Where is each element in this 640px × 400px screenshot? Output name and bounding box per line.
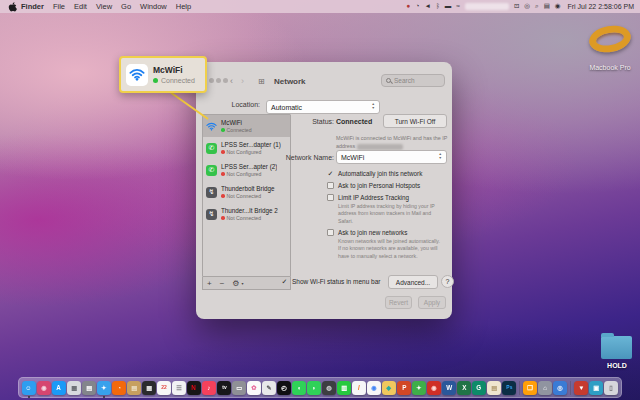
location-dropdown[interactable]: Automatic ▲▼ xyxy=(266,100,380,114)
menu-item-view[interactable]: View xyxy=(96,2,112,11)
dock-item-mission-control[interactable]: ▦ xyxy=(142,381,156,395)
dock-item-notes-beige[interactable]: ▤ xyxy=(487,381,501,395)
dock-item-word[interactable]: W xyxy=(442,381,456,395)
menu-item-help[interactable]: Help xyxy=(176,2,191,11)
hold-folder-label[interactable]: HOLD xyxy=(596,362,638,369)
dock-item-books[interactable]: ❐ xyxy=(523,381,537,395)
apple-menu-icon[interactable] xyxy=(8,2,17,12)
hard-disk-label[interactable]: Macbook Pro xyxy=(570,64,640,71)
preferences-search-field[interactable] xyxy=(381,74,445,87)
turn-wifi-off-button[interactable]: Turn Wi-Fi Off xyxy=(383,114,447,128)
sidebar-item-lpss-serial-2[interactable]: ✆ LPSS Ser...apter (2) Not Configured xyxy=(203,159,290,181)
checkbox-auto-join[interactable]: ✓ Automatically join this network xyxy=(327,170,447,178)
camera-app-icon: ▣ xyxy=(593,384,599,390)
shortcuts-icon[interactable]: ◎ xyxy=(524,3,530,10)
dock-item-design-app[interactable]: ✎ xyxy=(262,381,276,395)
menu-item-file[interactable]: File xyxy=(53,2,65,11)
zoom-button[interactable] xyxy=(223,78,228,83)
dock-item-keyboard-app[interactable]: ▤ xyxy=(82,381,96,395)
dock-item-powerpoint[interactable]: P xyxy=(397,381,411,395)
volume-icon[interactable]: ◄ xyxy=(424,3,430,10)
menu-bar-clock[interactable]: Fri Jul 22 2:58:06 PM xyxy=(567,3,634,10)
dock-item-downloads[interactable]: ▼ xyxy=(574,381,588,395)
time-machine-icon[interactable]: ◔ xyxy=(416,3,420,10)
spotlight-icon[interactable]: ⌕ xyxy=(535,3,539,10)
word-icon: W xyxy=(446,384,452,390)
checkbox-ask-join-new[interactable]: Ask to join new networks xyxy=(327,229,447,237)
bluetooth-icon[interactable]: ᛒ xyxy=(436,3,440,10)
dock-separator xyxy=(570,381,571,395)
dock-item-excel[interactable]: X xyxy=(457,381,471,395)
show-all-icon[interactable]: ⊞ xyxy=(258,77,265,86)
sidebar-item-thunderbolt-bridge[interactable]: ↯ Thunderbolt Bridge Not Connected xyxy=(203,181,290,203)
back-button[interactable]: ‹ xyxy=(230,76,233,86)
hard-disk-icon[interactable] xyxy=(587,23,633,56)
wifi-menu-icon[interactable]: ≈ xyxy=(456,3,460,10)
display-icon[interactable]: ⊡ xyxy=(514,3,519,10)
dock-item-clock-app[interactable]: ◴ xyxy=(277,381,291,395)
dock-item-red-app[interactable]: ◉ xyxy=(427,381,441,395)
menu-item-finder[interactable]: Finder xyxy=(21,2,44,11)
sidebar-item-thunderbolt-bridge-2[interactable]: ↯ Thunder...lt Bridge 2 Not Connected xyxy=(203,203,290,225)
hold-folder-icon[interactable] xyxy=(601,336,632,359)
close-button[interactable] xyxy=(209,78,214,83)
dock-item-photos[interactable]: ✿ xyxy=(247,381,261,395)
dock-item-notes-tan[interactable]: ▤ xyxy=(127,381,141,395)
dock-item-grammarly[interactable]: G xyxy=(472,381,486,395)
menu-item-go[interactable]: Go xyxy=(121,2,131,11)
siri-icon[interactable]: ◉ xyxy=(555,3,561,10)
forward-button[interactable]: › xyxy=(241,76,244,86)
apply-button[interactable]: Apply xyxy=(418,296,446,309)
dock-item-messages[interactable]: ◗ xyxy=(307,381,321,395)
control-center-icon[interactable]: ▤ xyxy=(544,3,550,10)
dock-item-music[interactable]: ♪ xyxy=(202,381,216,395)
dock-item-reminders[interactable]: ☰ xyxy=(172,381,186,395)
revert-button[interactable]: Revert xyxy=(385,296,412,309)
dock-item-home[interactable]: ⌂ xyxy=(538,381,552,395)
dock-item-stocks[interactable]: ▥ xyxy=(337,381,351,395)
checkbox-mark[interactable]: ✓ xyxy=(281,278,288,285)
dock-item-trash[interactable]: ▯ xyxy=(604,381,618,395)
dock-item-window-app[interactable]: ▭ xyxy=(232,381,246,395)
dock-item-sketch[interactable]: ◆ xyxy=(382,381,396,395)
dock-item-app-store[interactable]: A xyxy=(52,381,66,395)
dock-item-compass-app[interactable]: ◎ xyxy=(553,381,567,395)
dock-item-calendar[interactable]: 22 xyxy=(157,381,171,395)
dock-item-photoshop[interactable]: Ps xyxy=(502,381,516,395)
dock-item-launchpad[interactable]: ▦ xyxy=(67,381,81,395)
recording-indicator-icon[interactable]: ● xyxy=(407,3,411,10)
status-dot xyxy=(221,194,225,198)
checkbox-personal-hotspots[interactable]: Ask to join Personal Hotspots xyxy=(327,182,447,190)
checkbox-limit-ip-tracking[interactable]: Limit IP Address Tracking xyxy=(327,194,447,202)
dock-item-globe-app[interactable]: ◍ xyxy=(322,381,336,395)
dock-item-apple-tv[interactable]: tv xyxy=(217,381,231,395)
dock-item-siri[interactable]: ◉ xyxy=(37,381,51,395)
remove-interface-button[interactable]: − xyxy=(216,279,229,288)
search-input[interactable] xyxy=(394,77,438,84)
dock-item-safari[interactable]: ✦ xyxy=(97,381,111,395)
dock-item-firefox[interactable]: ◔ xyxy=(112,381,126,395)
checkbox-mark[interactable] xyxy=(327,229,334,236)
dock-item-netflix[interactable]: N xyxy=(187,381,201,395)
dock-item-facetime[interactable]: ◖ xyxy=(292,381,306,395)
checkbox-mark[interactable]: ✓ xyxy=(327,170,334,177)
siri-icon: ◉ xyxy=(41,384,46,390)
checkbox-show-wifi-menubar[interactable]: ✓ Show Wi-Fi status in menu bar xyxy=(281,278,381,286)
checkbox-mark[interactable] xyxy=(327,194,334,201)
battery-icon[interactable]: ▬ xyxy=(445,3,452,10)
menu-item-edit[interactable]: Edit xyxy=(74,2,87,11)
interface-name: McWiFi xyxy=(221,119,252,126)
dock-item-green-app[interactable]: ✦ xyxy=(412,381,426,395)
help-button[interactable]: ? xyxy=(441,275,454,288)
minimize-button[interactable] xyxy=(216,78,221,83)
menu-item-window[interactable]: Window xyxy=(140,2,167,11)
dock-item-camera-app[interactable]: ▣ xyxy=(589,381,603,395)
advanced-button[interactable]: Advanced... xyxy=(388,275,438,289)
add-interface-button[interactable]: + xyxy=(203,279,216,288)
window-titlebar[interactable]: ‹ › ⊞ Network xyxy=(196,62,452,88)
network-name-dropdown[interactable]: McWiFi ▲▼ xyxy=(336,150,447,164)
dock-item-chrome[interactable]: ◉ xyxy=(367,381,381,395)
dock-item-pencil-app[interactable]: / xyxy=(352,381,366,395)
dock-item-finder[interactable]: ☺ xyxy=(22,381,36,395)
checkbox-mark[interactable] xyxy=(327,182,334,189)
